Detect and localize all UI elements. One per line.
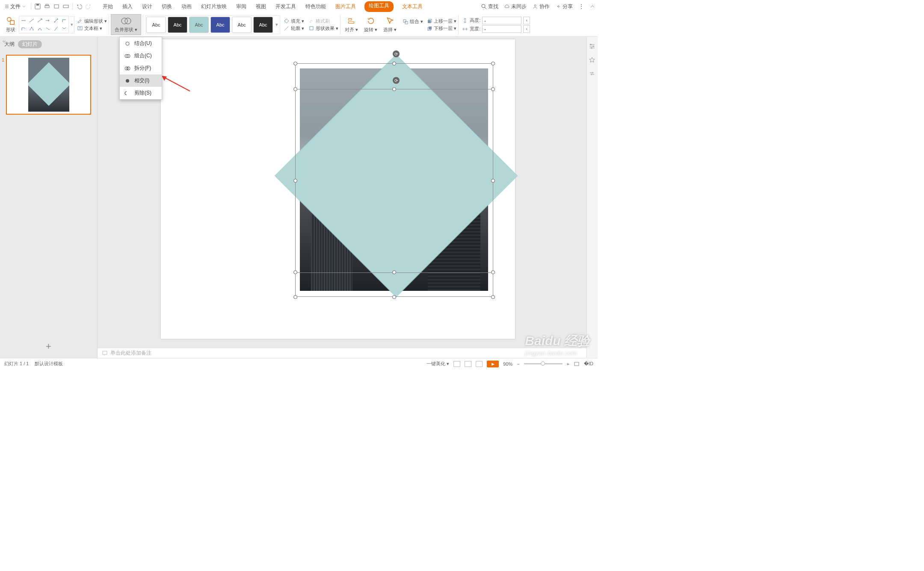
height-stepper[interactable]: ‹ bbox=[523, 17, 530, 24]
save-icon[interactable] bbox=[34, 3, 41, 10]
beautify-button[interactable]: 一键美化 ▾ bbox=[426, 361, 449, 367]
tab-view[interactable]: 视图 bbox=[255, 1, 267, 12]
style-preset-3[interactable]: Abc bbox=[189, 17, 209, 33]
handle[interactable] bbox=[491, 179, 495, 183]
preview-icon[interactable] bbox=[53, 3, 60, 10]
style-preset-1[interactable]: Abc bbox=[146, 17, 166, 33]
handle[interactable] bbox=[293, 62, 297, 65]
align-dropdown[interactable]: 对齐 ▾ bbox=[342, 15, 361, 34]
grid-menu-icon[interactable]: �ID bbox=[584, 361, 593, 367]
outline-tab[interactable]: 大纲 bbox=[4, 41, 15, 48]
bring-forward-button[interactable]: 上移一层 ▾ bbox=[426, 18, 456, 24]
style-gallery-more[interactable]: ▾ bbox=[275, 22, 279, 27]
tab-drawing-tools[interactable]: 绘图工具 bbox=[364, 1, 394, 12]
handle[interactable] bbox=[293, 270, 297, 274]
zoom-slider[interactable] bbox=[524, 363, 563, 364]
tab-transition[interactable]: 切换 bbox=[161, 1, 173, 12]
slide-counter: 幻灯片 1 / 1 bbox=[4, 361, 29, 367]
slides-tab[interactable]: 幻灯片 bbox=[18, 40, 42, 48]
outline-button[interactable]: 轮廓 ▾ bbox=[284, 25, 304, 32]
zoom-out-button[interactable]: − bbox=[517, 361, 519, 367]
file-menu[interactable]: 文件 bbox=[3, 2, 28, 11]
tab-start[interactable]: 开始 bbox=[102, 1, 114, 12]
view-reading-icon[interactable] bbox=[476, 361, 483, 367]
handle[interactable] bbox=[293, 295, 297, 299]
tab-special[interactable]: 特色功能 bbox=[305, 1, 327, 12]
collapse-panel-icon[interactable]: ‹‹ bbox=[3, 38, 6, 44]
handle[interactable] bbox=[491, 295, 495, 299]
rotate-handle-1[interactable]: ⟳ bbox=[393, 50, 400, 57]
shape-dropdown[interactable]: 形状 bbox=[3, 15, 18, 34]
format-painter-button[interactable]: 格式刷 bbox=[308, 18, 338, 24]
width-stepper[interactable]: ‹ bbox=[523, 25, 530, 33]
handle[interactable] bbox=[392, 87, 396, 91]
tab-dev[interactable]: 开发工具 bbox=[275, 1, 297, 12]
style-preset-4[interactable]: Abc bbox=[210, 17, 230, 33]
undo-icon[interactable] bbox=[75, 3, 83, 10]
print-icon[interactable] bbox=[43, 3, 51, 10]
view-normal-icon[interactable] bbox=[453, 361, 460, 367]
style-preset-2[interactable]: Abc bbox=[168, 17, 187, 33]
merge-fragment[interactable]: 拆分(F) bbox=[120, 62, 162, 74]
send-backward-button[interactable]: 下移一层 ▾ bbox=[426, 25, 456, 32]
edit-shape-button[interactable]: 编辑形状 ▾ bbox=[77, 18, 107, 24]
tab-picture-tools[interactable]: 图片工具 bbox=[335, 1, 357, 12]
notes-bar[interactable]: 单击此处添加备注 bbox=[98, 348, 586, 358]
height-input[interactable] bbox=[482, 17, 521, 24]
search-icon bbox=[481, 4, 487, 9]
handle[interactable] bbox=[392, 295, 396, 299]
tab-insert[interactable]: 插入 bbox=[121, 1, 133, 12]
print2-icon[interactable] bbox=[62, 3, 70, 10]
add-slide-button[interactable]: + bbox=[0, 337, 97, 358]
handle[interactable] bbox=[293, 179, 297, 183]
merge-intersect[interactable]: 相交(I) bbox=[120, 74, 162, 87]
collapse-ribbon-icon[interactable] bbox=[590, 4, 595, 9]
rotate-dropdown[interactable]: 旋转 ▾ bbox=[361, 15, 380, 34]
text-box-button[interactable]: 文本框 ▾ bbox=[77, 25, 107, 32]
zoom-in-button[interactable]: + bbox=[567, 361, 569, 367]
fit-window-icon[interactable] bbox=[574, 361, 580, 367]
find-button[interactable]: 查找 bbox=[481, 3, 498, 10]
width-input[interactable] bbox=[482, 25, 521, 33]
tab-slideshow[interactable]: 幻灯片放映 bbox=[200, 1, 228, 12]
handle[interactable] bbox=[491, 62, 495, 65]
slideshow-play-button[interactable]: ▶ bbox=[487, 361, 499, 367]
status-bar: 幻灯片 1 / 1 默认设计模板 一键美化 ▾ ▶ 90% − + �ID bbox=[0, 358, 598, 369]
sync-button[interactable]: 未同步 bbox=[504, 3, 527, 10]
selection-group[interactable]: ⟳ ⟳ bbox=[300, 68, 492, 302]
slide-thumbnail-1[interactable]: 1 bbox=[6, 55, 91, 115]
merge-subtract[interactable]: 剪除(S) bbox=[120, 87, 162, 99]
more-icon[interactable]: ⋮ bbox=[579, 3, 584, 9]
tab-design[interactable]: 设计 bbox=[141, 1, 153, 12]
handle[interactable] bbox=[392, 62, 396, 65]
redo-icon[interactable] bbox=[85, 3, 92, 10]
canvas-area[interactable]: ✦ ⟳ ⟳ bbox=[98, 37, 586, 358]
coop-button[interactable]: 协作 bbox=[533, 3, 550, 10]
settings-strip-icon[interactable] bbox=[589, 43, 596, 50]
template-strip-icon[interactable] bbox=[589, 56, 596, 64]
merge-union[interactable]: 结合(U) bbox=[120, 37, 162, 50]
transfer-strip-icon[interactable] bbox=[589, 70, 596, 78]
style-preset-5[interactable]: Abc bbox=[232, 17, 252, 33]
merge-combine[interactable]: 组合(C) bbox=[120, 50, 162, 62]
shape-gallery-more[interactable]: ▾ bbox=[70, 16, 74, 33]
shape-effects-button[interactable]: 形状效果 ▾ bbox=[308, 25, 338, 32]
slide-canvas[interactable]: ⟳ ⟳ bbox=[161, 39, 515, 339]
share-button[interactable]: 分享 bbox=[556, 3, 573, 10]
merge-shapes-button[interactable]: 合并形状 ▾ bbox=[111, 14, 141, 35]
tab-review[interactable]: 审阅 bbox=[235, 1, 247, 12]
handle[interactable] bbox=[293, 87, 297, 91]
tab-animation[interactable]: 动画 bbox=[181, 1, 192, 12]
group-button[interactable]: 组合 ▾ bbox=[403, 18, 423, 25]
select-dropdown[interactable]: 选择 ▾ bbox=[381, 15, 399, 34]
handle[interactable] bbox=[392, 270, 396, 274]
handle[interactable] bbox=[491, 87, 495, 91]
rotate-handle-2[interactable]: ⟳ bbox=[393, 77, 400, 84]
fill-button[interactable]: 填充 ▾ bbox=[284, 18, 304, 24]
tab-text-tools[interactable]: 文本工具 bbox=[401, 1, 424, 12]
handle[interactable] bbox=[491, 270, 495, 274]
shape-gallery[interactable] bbox=[19, 16, 69, 33]
style-preset-6[interactable]: Abc bbox=[253, 17, 273, 33]
shape-style-gallery[interactable]: Abc Abc Abc Abc Abc Abc ▾ bbox=[145, 15, 280, 34]
view-sorter-icon[interactable] bbox=[465, 361, 471, 367]
